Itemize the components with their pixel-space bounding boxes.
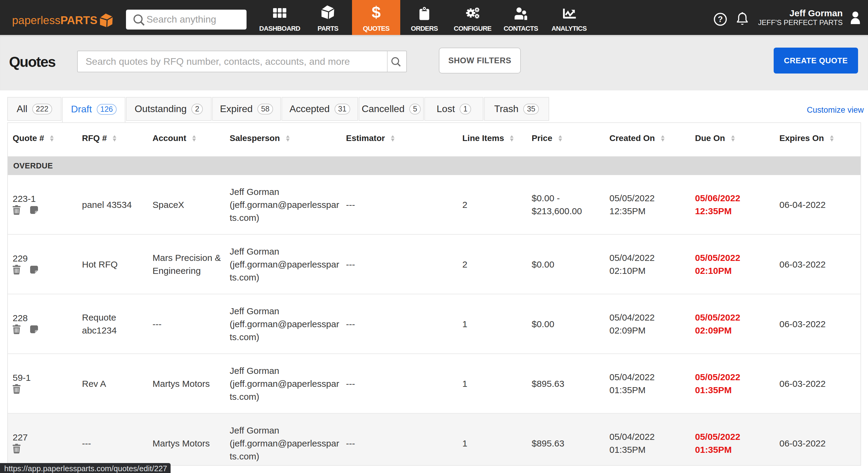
svg-text:?: ? [718, 15, 723, 24]
